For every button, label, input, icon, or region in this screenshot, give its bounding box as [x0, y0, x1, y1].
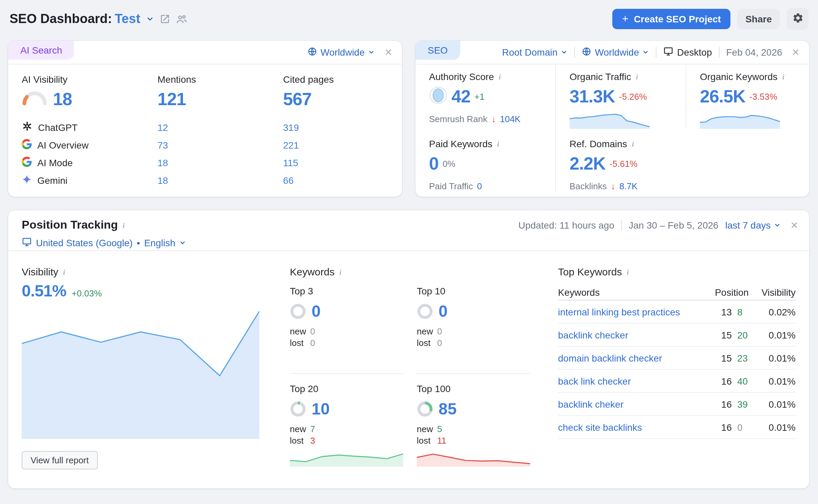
- engine-name: AI Overview: [37, 140, 89, 151]
- keyword-link[interactable]: back link checker: [558, 375, 709, 386]
- table-row: internal linking best practices 13 8 0.0…: [558, 301, 796, 324]
- gear-icon: [792, 12, 803, 26]
- position-change: 40: [732, 375, 755, 386]
- chevron-down-icon: [368, 49, 375, 56]
- bucket-value[interactable]: 10: [312, 400, 330, 419]
- device-selector[interactable]: Desktop: [664, 46, 712, 58]
- external-link-icon[interactable]: [159, 14, 170, 24]
- engine-cited[interactable]: 221: [283, 140, 402, 151]
- bucket-value[interactable]: 0: [439, 302, 448, 321]
- authority-score-value: 42: [451, 86, 470, 107]
- info-icon[interactable]: i: [782, 73, 784, 81]
- organic-traffic-value[interactable]: 31.3K: [570, 86, 615, 107]
- share-button[interactable]: Share: [737, 9, 780, 29]
- donut-chart-icon: [290, 401, 306, 417]
- organic-keywords-value[interactable]: 26.5K: [700, 86, 745, 107]
- backlinks-value[interactable]: 8.7K: [619, 181, 638, 191]
- backlinks-label: Backlinks: [570, 181, 607, 191]
- visibility-section: Visibility i 0.51% +0.03% View full repo…: [22, 266, 269, 469]
- table-header-row: Keywords Position Visibility: [558, 284, 796, 301]
- visibility-value: 0.01%: [755, 352, 796, 363]
- semrush-rank-label: Semrush Rank: [429, 114, 487, 124]
- paid-traffic-label: Paid Traffic: [429, 181, 473, 191]
- tracking-target-dropdown[interactable]: United States (Google) • English: [22, 237, 801, 249]
- page-title: SEO Dashboard:Test: [10, 12, 140, 26]
- root-domain-dropdown[interactable]: Root Domain: [502, 47, 568, 58]
- bucket-value[interactable]: 0: [312, 302, 321, 321]
- paid-keywords-share: 0%: [443, 159, 456, 169]
- engine-cited[interactable]: 115: [283, 157, 402, 168]
- plus-icon: +: [622, 14, 629, 24]
- info-icon[interactable]: i: [627, 268, 629, 276]
- lost-count[interactable]: 0: [437, 338, 442, 348]
- ai-visibility-label: AI Visibility: [22, 74, 157, 85]
- top-bar: SEO Dashboard:Test + Create SEO Project …: [0, 0, 818, 38]
- mentions-value[interactable]: 121: [157, 89, 283, 110]
- project-chevron-down-icon[interactable]: [146, 15, 154, 23]
- info-icon[interactable]: i: [339, 268, 341, 276]
- new-count[interactable]: 5: [437, 424, 442, 434]
- keyword-link[interactable]: backlink checker: [558, 329, 709, 340]
- paid-keywords-value[interactable]: 0: [429, 153, 439, 174]
- page-title-text: SEO Dashboard:: [10, 12, 112, 26]
- paid-traffic-value[interactable]: 0: [477, 181, 482, 191]
- engine-mentions[interactable]: 18: [157, 175, 283, 186]
- view-full-report-button[interactable]: View full report: [22, 451, 98, 469]
- engine-cited[interactable]: 66: [283, 175, 402, 186]
- lost-count[interactable]: 0: [310, 338, 315, 348]
- keyword-link[interactable]: internal linking best practices: [558, 306, 709, 317]
- seo-card-close-icon[interactable]: ✕: [789, 45, 802, 59]
- new-count[interactable]: 0: [437, 326, 442, 336]
- seo-region-dropdown[interactable]: Worldwide: [582, 46, 649, 58]
- info-icon[interactable]: i: [632, 140, 634, 148]
- new-count[interactable]: 7: [310, 424, 315, 434]
- semrush-rank-value[interactable]: 104K: [500, 114, 521, 124]
- info-icon[interactable]: i: [123, 221, 125, 229]
- visibility-trend-chart[interactable]: [22, 310, 259, 439]
- engine-mentions[interactable]: 73: [157, 140, 283, 151]
- info-icon[interactable]: i: [63, 268, 65, 276]
- ai-visibility-gauge-icon: [22, 91, 48, 108]
- period-dropdown[interactable]: last 7 days: [725, 220, 781, 231]
- keyword-link[interactable]: check site backlinks: [558, 422, 709, 432]
- new-count[interactable]: 0: [310, 326, 315, 336]
- col-visibility: Visibility: [755, 287, 796, 297]
- tab-seo[interactable]: SEO: [415, 41, 460, 60]
- organic-traffic-cell: Organic Traffic i 31.3K -5.26%: [555, 64, 686, 129]
- chevron-down-icon: [561, 49, 568, 56]
- divider: [656, 47, 657, 58]
- share-users-icon[interactable]: [175, 13, 187, 25]
- engine-cited[interactable]: 319: [283, 122, 402, 133]
- visibility-label: Visibility: [22, 266, 58, 277]
- tab-ai-search[interactable]: AI Search: [8, 41, 74, 60]
- cited-pages-value[interactable]: 567: [283, 89, 402, 110]
- bucket-value[interactable]: 85: [439, 400, 457, 419]
- project-name[interactable]: Test: [115, 12, 140, 26]
- seo-dashboard-page: SEO Dashboard:Test + Create SEO Project …: [0, 0, 818, 504]
- visibility-value: 0.02%: [755, 306, 796, 317]
- visibility-value: 0.51%: [22, 282, 66, 301]
- info-icon[interactable]: i: [636, 73, 638, 81]
- paid-keywords-label: Paid Keywords: [429, 138, 492, 149]
- position-tracking-close-icon[interactable]: ✕: [788, 218, 801, 232]
- position-value: 16: [709, 422, 732, 432]
- ai-card-close-icon[interactable]: ✕: [382, 45, 395, 59]
- visibility-value: 0.01%: [755, 422, 796, 432]
- ai-region-dropdown[interactable]: Worldwide: [308, 46, 375, 58]
- info-icon[interactable]: i: [499, 73, 501, 81]
- info-icon[interactable]: i: [497, 140, 499, 148]
- engine-mentions[interactable]: 12: [157, 122, 283, 133]
- settings-button[interactable]: [787, 8, 808, 30]
- desktop-icon: [22, 237, 32, 249]
- ref-domains-value[interactable]: 2.2K: [570, 153, 606, 174]
- create-seo-project-button[interactable]: + Create SEO Project: [613, 9, 730, 29]
- authority-score-label: Authority Score: [429, 71, 494, 82]
- lost-count[interactable]: 3: [310, 435, 315, 446]
- keywords-label: Keywords: [290, 266, 335, 277]
- keyword-link[interactable]: domain backlink checker: [558, 352, 709, 363]
- chatgpt-icon: [22, 121, 33, 134]
- engine-mentions[interactable]: 18: [157, 157, 283, 168]
- device-label: Desktop: [677, 47, 712, 58]
- lost-count[interactable]: 11: [437, 435, 446, 446]
- keyword-link[interactable]: backlink cheker: [558, 399, 709, 409]
